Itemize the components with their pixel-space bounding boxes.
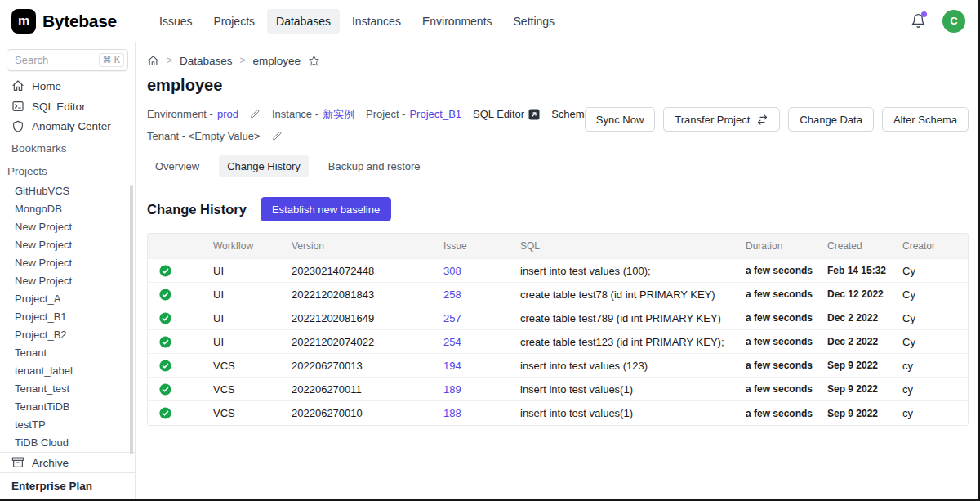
bookmark-star-icon[interactable] [308, 55, 320, 67]
success-check-icon [158, 311, 200, 325]
breadcrumb-employee[interactable]: employee [253, 55, 301, 67]
workflow-cell: VCS [207, 378, 285, 401]
topnav-item[interactable]: Environments [413, 9, 501, 34]
table-row[interactable]: VCS 202206270013 194 insert into test va… [148, 354, 968, 378]
instance-link[interactable]: 新实例 [323, 107, 354, 122]
sidebar-project-item[interactable]: MongoDB [0, 200, 135, 218]
transfer-arrows-icon [756, 114, 768, 126]
sidebar-project-item[interactable]: Tenant_test [0, 380, 135, 398]
archive-icon [11, 456, 24, 469]
sql-editor-label: SQL Editor [473, 108, 524, 120]
sql-editor-shortcut[interactable]: SQL Editor [473, 108, 540, 120]
topbar: m Bytebase Issues Projects Databases Ins… [0, 0, 980, 42]
table-body: UI 20230214072448 308 insert into test v… [148, 259, 968, 425]
success-check-icon [158, 406, 200, 420]
environment-link[interactable]: prod [217, 108, 238, 120]
notification-bell-icon[interactable] [911, 13, 926, 29]
issue-link[interactable]: 254 [443, 336, 461, 348]
table-row[interactable]: VCS 202206270010 188 insert into test va… [148, 401, 968, 425]
sidebar-project-item[interactable]: Project_B1 [0, 308, 135, 326]
table-row[interactable]: UI 20230214072448 308 insert into test v… [148, 259, 968, 283]
breadcrumb-home-icon[interactable] [147, 55, 159, 67]
sidebar-project-item[interactable]: New Project [0, 218, 135, 236]
tab-item[interactable]: Backup and restore [320, 155, 429, 177]
top-navigation: Issues Projects Databases Instances Envi… [150, 9, 564, 34]
tab-item[interactable]: Change History [219, 155, 309, 177]
sidebar-project-item[interactable]: New Project [0, 254, 135, 272]
sidebar-project-item[interactable]: GitHubVCS [0, 182, 135, 200]
sidebar-project-item[interactable]: Project_A [0, 290, 135, 308]
user-avatar[interactable]: C [942, 10, 965, 33]
sidebar-project-item[interactable]: New Project [0, 272, 135, 290]
version-cell: 202206270010 [285, 401, 437, 425]
creator-cell: Cy [896, 306, 968, 330]
table-row[interactable]: UI 20221202074022 254 create table test1… [148, 330, 968, 354]
sidebar-project-item[interactable]: New Project [0, 236, 135, 254]
edit-environment-pencil-icon[interactable] [250, 109, 261, 119]
page-actions: Sync Now Transfer Project Change Data Al… [585, 105, 969, 145]
sidebar-project-item[interactable]: tenant_label [0, 362, 135, 380]
issue-link[interactable]: 308 [443, 265, 461, 277]
topnav-item[interactable]: Instances [343, 9, 410, 34]
instance-meta: Instance - 新实例 [272, 107, 354, 122]
topnav-item[interactable]: Settings [505, 9, 564, 34]
sidebar-project-item[interactable]: TiDB Cloud [0, 434, 135, 452]
duration-cell: a few seconds [739, 259, 821, 283]
issue-link[interactable]: 258 [443, 289, 461, 301]
brand-name: Bytebase [42, 11, 117, 31]
topnav-item[interactable]: Issues [150, 9, 201, 34]
search-box: ⌘ K [7, 49, 128, 71]
project-link[interactable]: Project_B1 [409, 108, 461, 120]
version-cell: 202206270011 [285, 378, 437, 401]
sidebar-project-item[interactable]: Tenant [0, 344, 135, 362]
table-header-row: Workflow Version Issue SQL Duration Crea… [148, 234, 968, 259]
tenant-meta: Tenant - <Empty Value> [147, 130, 261, 142]
duration-cell: a few seconds [739, 283, 821, 306]
search-shortcut-kbd: ⌘ K [99, 53, 124, 67]
table-row[interactable]: VCS 202206270011 189 insert into test va… [148, 378, 968, 401]
page-title: employee [147, 76, 969, 95]
change-data-button[interactable]: Change Data [788, 107, 874, 132]
issue-link[interactable]: 189 [443, 383, 461, 396]
alter-schema-button[interactable]: Alter Schema [882, 107, 969, 132]
sql-cell: insert into test values(1) [514, 401, 739, 425]
issue-cell: 258 [437, 283, 514, 306]
sidebar-project-list: GitHubVCS MongoDB New Project New Projec… [0, 182, 135, 452]
table-row[interactable]: UI 20221202081843 258 create table test7… [148, 283, 968, 306]
topnav-item[interactable]: Projects [204, 9, 264, 34]
success-check-icon [158, 335, 200, 349]
sql-cell: insert into test values (123) [514, 354, 739, 378]
sidebar-project-item[interactable]: TenantTiDB [0, 398, 135, 416]
tab-item[interactable]: Overview [147, 155, 207, 177]
created-cell: Feb 14 15:32 [821, 259, 896, 283]
workflow-cell: VCS [207, 354, 285, 378]
breadcrumb-databases[interactable]: Databases [180, 55, 233, 67]
table-row[interactable]: UI 20221202081649 257 create table test7… [148, 306, 968, 330]
sidebar-project-item[interactable]: Project_B2 [0, 326, 135, 344]
creator-cell: Cy [896, 330, 968, 354]
sidebar-item-home[interactable]: Home [0, 76, 135, 96]
database-tabs: Overview Change History Backup and resto… [147, 155, 969, 177]
bytebase-brand[interactable]: m Bytebase [11, 9, 136, 34]
sidebar-item-anomaly-center[interactable]: Anomaly Center [0, 116, 135, 136]
creator-cell: cy [896, 354, 968, 378]
issue-link[interactable]: 257 [443, 312, 461, 324]
version-cell: 20221202081649 [285, 306, 437, 330]
version-cell: 20230214072448 [285, 259, 437, 283]
sync-now-button[interactable]: Sync Now [585, 107, 656, 132]
sidebar-project-item[interactable]: testTP [0, 416, 135, 434]
sql-cell: create table test78 (id int PRIMARY KEY) [514, 283, 739, 306]
workflow-cell: UI [207, 330, 285, 354]
issue-link[interactable]: 194 [443, 360, 461, 372]
column-header [148, 234, 207, 259]
sidebar-scrollbar[interactable] [130, 185, 133, 454]
establish-baseline-button[interactable]: Establish new baseline [261, 197, 391, 221]
sidebar-item-archive[interactable]: Archive [0, 452, 135, 472]
issue-link[interactable]: 188 [443, 407, 461, 419]
topnav-item[interactable]: Databases [267, 9, 340, 34]
edit-tenant-pencil-icon[interactable] [272, 131, 283, 141]
transfer-project-button[interactable]: Transfer Project [663, 107, 780, 132]
breadcrumb: > Databases > employee [147, 52, 969, 69]
sidebar-item-sql-editor[interactable]: SQL Editor [0, 96, 135, 117]
sql-cell: insert into test values(1) [514, 378, 739, 401]
